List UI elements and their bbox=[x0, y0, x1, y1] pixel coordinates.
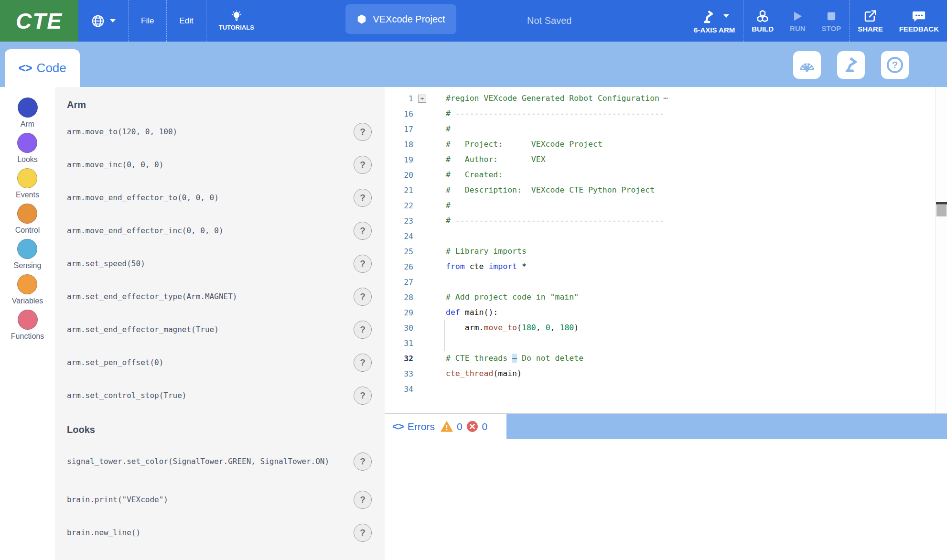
stop-button[interactable]: STOP bbox=[814, 0, 850, 42]
code-line[interactable]: 33cte_thread(main) bbox=[385, 366, 947, 381]
category-control[interactable]: Control bbox=[15, 204, 40, 235]
command-row[interactable]: arm.set_end_effector_type(Arm.MAGNET)? bbox=[67, 280, 372, 313]
editor-column: 1+#region VEXcode Generated Robot Config… bbox=[385, 87, 947, 560]
command-row[interactable]: arm.move_end_effector_inc(0, 0, 0)? bbox=[67, 214, 372, 247]
errors-bar: <> Errors 0 bbox=[385, 413, 947, 439]
command-row[interactable]: arm.move_to(120, 0, 100)? bbox=[67, 115, 372, 148]
project-name-button[interactable]: VEXcode Project bbox=[345, 4, 456, 34]
error-count: 0 bbox=[482, 421, 488, 432]
fold-expand-icon[interactable]: + bbox=[418, 95, 426, 103]
command-help-button[interactable]: ? bbox=[354, 288, 372, 306]
tab-errors[interactable]: <> Errors 0 bbox=[385, 414, 506, 439]
device-label: 6-AXIS ARM bbox=[694, 26, 735, 34]
code-line[interactable]: 18# Project: VEXcode Project bbox=[385, 137, 947, 152]
tab-code[interactable]: <> Code bbox=[5, 49, 80, 87]
command-help-button[interactable]: ? bbox=[354, 491, 372, 509]
command-section-title: Arm bbox=[67, 99, 372, 110]
code-line[interactable]: 1+#region VEXcode Generated Robot Config… bbox=[385, 91, 947, 106]
category-looks[interactable]: Looks bbox=[17, 133, 38, 164]
code-line[interactable]: 32# CTE threads — Do not delete bbox=[385, 351, 947, 366]
command-row[interactable]: arm.set_control_stop(True)? bbox=[67, 379, 372, 412]
code-line[interactable]: 16# ------------------------------------… bbox=[385, 106, 947, 121]
errors-output-panel bbox=[385, 439, 947, 560]
code-line[interactable]: 29def main(): bbox=[385, 305, 947, 320]
feedback-button[interactable]: FEEDBACK bbox=[891, 0, 947, 42]
code-line[interactable]: 26from cte import * bbox=[385, 259, 947, 274]
command-row[interactable]: arm.set_pen_offset(0)? bbox=[67, 346, 372, 379]
line-number: 28 bbox=[385, 293, 418, 302]
fold-slot: + bbox=[418, 95, 431, 103]
category-sensing[interactable]: Sensing bbox=[14, 239, 42, 270]
command-row[interactable]: brain.print("VEXcode")? bbox=[67, 483, 372, 516]
code-text bbox=[431, 228, 446, 244]
command-row[interactable]: brain.new_line()? bbox=[67, 516, 372, 549]
code-line[interactable]: 23# ------------------------------------… bbox=[385, 213, 947, 228]
line-number: 26 bbox=[385, 262, 418, 271]
question-mark-icon: ? bbox=[887, 57, 903, 73]
menu-edit[interactable]: Edit bbox=[167, 0, 205, 42]
command-text: signal_tower.set_color(SignalTower.GREEN… bbox=[67, 455, 334, 468]
line-number: 27 bbox=[385, 278, 418, 287]
command-help-button[interactable]: ? bbox=[354, 156, 372, 174]
code-line[interactable]: 21# Description: VEXcode CTE Python Proj… bbox=[385, 183, 947, 198]
feedback-label: FEEDBACK bbox=[899, 25, 939, 33]
device-selector[interactable]: 6-AXIS ARM bbox=[686, 0, 743, 42]
help-button[interactable]: ? bbox=[881, 51, 909, 79]
dashboard-button[interactable] bbox=[793, 51, 821, 79]
category-circle-icon bbox=[18, 310, 38, 330]
line-number: 34 bbox=[385, 385, 418, 394]
error-icon bbox=[466, 420, 478, 432]
scroll-marker bbox=[936, 202, 947, 205]
line-number: 22 bbox=[385, 201, 418, 210]
command-help-button[interactable]: ? bbox=[354, 189, 372, 207]
line-number: 16 bbox=[385, 109, 418, 118]
code-line[interactable]: 31 bbox=[385, 335, 947, 351]
menu-tutorials[interactable]: TUTORIALS bbox=[206, 0, 267, 42]
command-help-button[interactable]: ? bbox=[354, 123, 372, 141]
command-help-button[interactable]: ? bbox=[354, 387, 372, 405]
category-functions[interactable]: Functions bbox=[11, 310, 44, 341]
code-line[interactable]: 25# Library imports bbox=[385, 244, 947, 259]
code-text: arm.move_to(180, 0, 180) bbox=[431, 320, 579, 335]
command-help-button[interactable]: ? bbox=[354, 321, 372, 339]
code-line[interactable]: 22# bbox=[385, 198, 947, 213]
folded-region-ellipsis[interactable]: ⋯ bbox=[663, 94, 668, 103]
code-line[interactable]: 28# Add project code in "main" bbox=[385, 290, 947, 305]
code-line[interactable]: 27 bbox=[385, 274, 947, 290]
code-editor[interactable]: 1+#region VEXcode Generated Robot Config… bbox=[385, 87, 947, 413]
command-help-button[interactable]: ? bbox=[354, 524, 372, 542]
command-row[interactable]: arm.set_speed(50)? bbox=[67, 247, 372, 280]
code-line[interactable]: 19# Author: VEX bbox=[385, 152, 947, 167]
code-line[interactable]: 17# bbox=[385, 121, 947, 137]
category-arm[interactable]: Arm bbox=[18, 97, 38, 129]
code-line[interactable]: 24 bbox=[385, 228, 947, 244]
command-row[interactable]: arm.move_inc(0, 0, 0)? bbox=[67, 148, 372, 181]
category-variables[interactable]: Variables bbox=[12, 274, 43, 305]
category-label: Looks bbox=[17, 155, 38, 164]
command-row[interactable]: signal_tower.set_color(SignalTower.GREEN… bbox=[67, 440, 372, 483]
code-lines: 1+#region VEXcode Generated Robot Config… bbox=[385, 91, 947, 397]
stop-icon bbox=[825, 10, 838, 23]
command-row[interactable]: arm.set_end_effector_magnet(True)? bbox=[67, 313, 372, 346]
command-help-button[interactable]: ? bbox=[354, 452, 372, 471]
caret-down-icon bbox=[110, 19, 116, 22]
category-events[interactable]: Events bbox=[16, 168, 39, 199]
command-help-button[interactable]: ? bbox=[354, 222, 372, 240]
editor-scrollbar[interactable] bbox=[936, 87, 947, 413]
scrollbar-thumb[interactable] bbox=[936, 205, 947, 216]
command-help-button[interactable]: ? bbox=[354, 354, 372, 372]
robot-view-button[interactable] bbox=[837, 51, 865, 79]
command-text: arm.move_end_effector_inc(0, 0, 0) bbox=[67, 225, 334, 237]
share-button[interactable]: SHARE bbox=[850, 0, 891, 42]
code-line[interactable]: 20# Created: bbox=[385, 167, 947, 183]
line-number: 20 bbox=[385, 171, 418, 180]
run-button[interactable]: RUN bbox=[782, 0, 814, 42]
build-button[interactable]: BUILD bbox=[743, 0, 782, 42]
stop-label: STOP bbox=[822, 24, 841, 32]
code-line[interactable]: 34 bbox=[385, 381, 947, 397]
code-line[interactable]: 30 arm.move_to(180, 0, 180) bbox=[385, 320, 947, 335]
command-row[interactable]: arm.move_end_effector_to(0, 0, 0)? bbox=[67, 181, 372, 214]
menu-file[interactable]: File bbox=[129, 0, 166, 42]
command-help-button[interactable]: ? bbox=[354, 255, 372, 273]
language-menu[interactable] bbox=[78, 0, 128, 42]
